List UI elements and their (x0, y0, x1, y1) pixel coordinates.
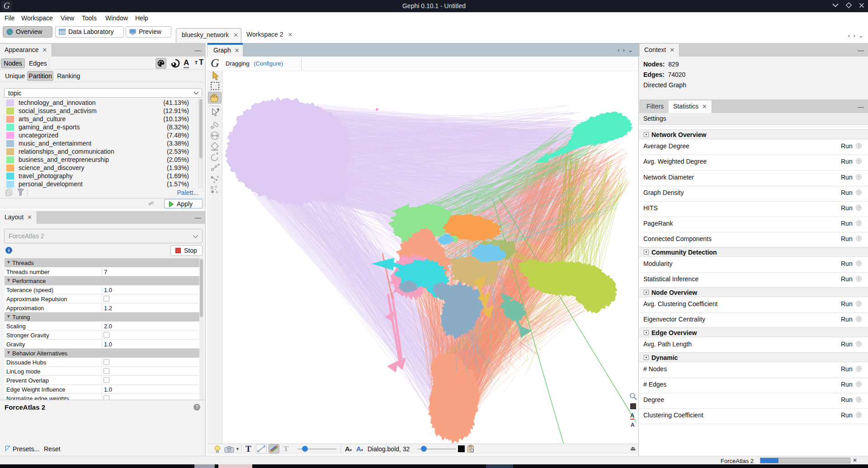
svg-text:?: ? (217, 108, 219, 113)
